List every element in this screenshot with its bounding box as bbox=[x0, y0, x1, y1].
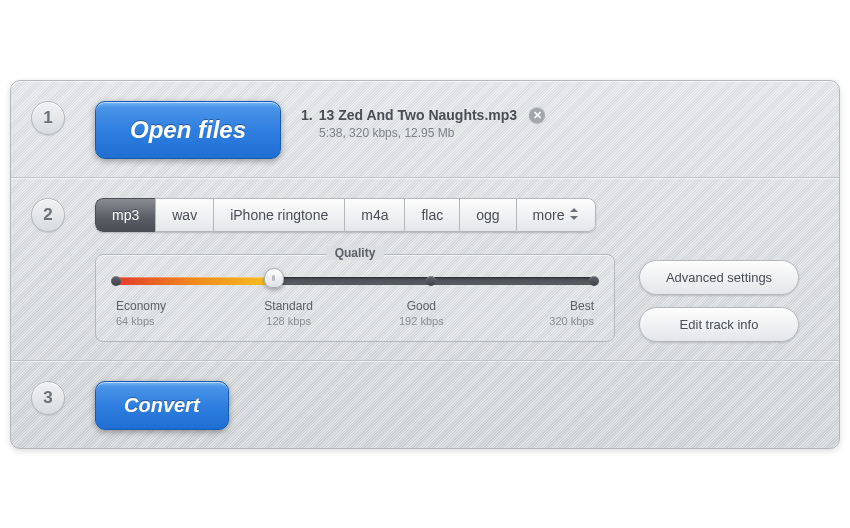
quality-kbps-good: 192 kbps bbox=[381, 315, 461, 327]
slider-track-fill bbox=[116, 277, 274, 285]
quality-box: Quality Economy 64 kbps bbox=[95, 254, 615, 342]
up-down-icon bbox=[569, 207, 579, 223]
slider-labels: Economy 64 kbps Standard 128 kbps Good 1… bbox=[116, 299, 594, 327]
file-name: 13 Zed And Two Naughts.mp3 bbox=[319, 107, 517, 123]
format-tab-mp3[interactable]: mp3 bbox=[95, 198, 155, 232]
open-files-button[interactable]: Open files bbox=[95, 101, 281, 159]
slider-handle[interactable] bbox=[264, 268, 284, 294]
slider-tick-good[interactable] bbox=[426, 276, 436, 286]
side-buttons: Advanced settings Edit track info bbox=[639, 260, 799, 342]
file-info: 1. 13 Zed And Two Naughts.mp3 ✕ 5:38, 32… bbox=[301, 101, 545, 140]
format-tab-wav[interactable]: wav bbox=[155, 198, 213, 232]
quality-label-standard: Standard bbox=[264, 299, 313, 313]
format-tab-ogg[interactable]: ogg bbox=[459, 198, 515, 232]
converter-panel: 1 Open files 1. 13 Zed And Two Naughts.m… bbox=[10, 80, 840, 449]
quality-label-best: Best bbox=[570, 299, 594, 313]
format-tab-more-label: more bbox=[533, 207, 565, 223]
quality-kbps-best: 320 kbps bbox=[514, 315, 594, 327]
quality-title: Quality bbox=[327, 246, 384, 260]
quality-label-economy: Economy bbox=[116, 299, 166, 313]
slider-tick-economy[interactable] bbox=[111, 276, 121, 286]
file-index: 1. bbox=[301, 107, 313, 123]
step-3: 3 Convert bbox=[11, 360, 839, 448]
quality-kbps-economy: 64 kbps bbox=[116, 315, 196, 327]
step-2: 2 mp3 wav iPhone ringtone m4a flac ogg m… bbox=[11, 177, 839, 360]
advanced-settings-button[interactable]: Advanced settings bbox=[639, 260, 799, 295]
format-tab-flac[interactable]: flac bbox=[404, 198, 459, 232]
file-meta: 5:38, 320 kbps, 12.95 Mb bbox=[319, 126, 545, 140]
quality-label-good: Good bbox=[407, 299, 436, 313]
quality-kbps-standard: 128 kbps bbox=[249, 315, 329, 327]
format-tab-more[interactable]: more bbox=[516, 198, 596, 232]
remove-file-icon[interactable]: ✕ bbox=[529, 107, 545, 123]
convert-button[interactable]: Convert bbox=[95, 381, 229, 430]
format-tab-iphone-ringtone[interactable]: iPhone ringtone bbox=[213, 198, 344, 232]
quality-slider[interactable] bbox=[116, 277, 594, 285]
format-tabs: mp3 wav iPhone ringtone m4a flac ogg mor… bbox=[95, 198, 596, 232]
step-number-1: 1 bbox=[31, 101, 65, 135]
slider-tick-best[interactable] bbox=[589, 276, 599, 286]
step-number-3: 3 bbox=[31, 381, 65, 415]
format-tab-m4a[interactable]: m4a bbox=[344, 198, 404, 232]
edit-track-info-button[interactable]: Edit track info bbox=[639, 307, 799, 342]
step-1: 1 Open files 1. 13 Zed And Two Naughts.m… bbox=[11, 81, 839, 177]
step-number-2: 2 bbox=[31, 198, 65, 232]
